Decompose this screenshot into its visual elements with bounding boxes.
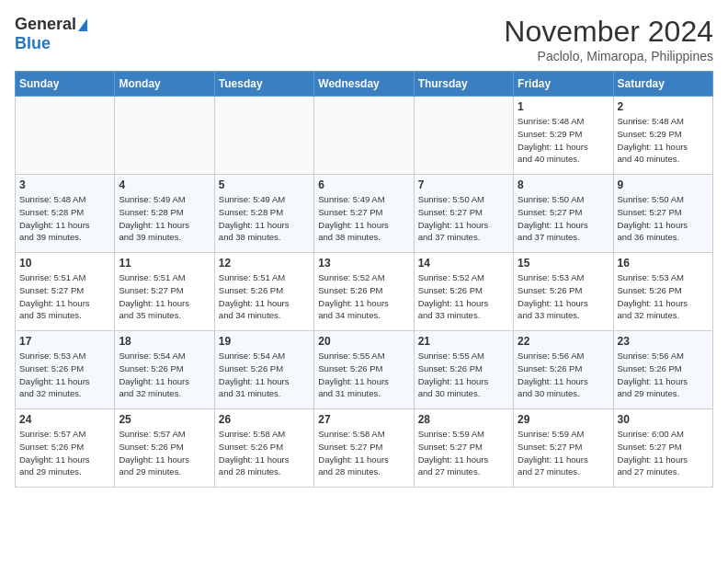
day-detail: Sunrise: 5:53 AM Sunset: 5:26 PM Dayligh… — [518, 271, 609, 322]
weekday-header-friday: Friday — [514, 72, 613, 97]
day-number: 7 — [418, 178, 509, 191]
day-number: 26 — [219, 413, 310, 426]
day-detail: Sunrise: 5:49 AM Sunset: 5:28 PM Dayligh… — [219, 193, 310, 244]
day-detail: Sunrise: 5:48 AM Sunset: 5:29 PM Dayligh… — [518, 115, 609, 166]
day-number: 16 — [618, 257, 709, 270]
logo: General Blue — [15, 15, 87, 53]
day-cell-25: 25Sunrise: 5:57 AM Sunset: 5:26 PM Dayli… — [115, 409, 214, 488]
day-cell-7: 7Sunrise: 5:50 AM Sunset: 5:27 PM Daylig… — [414, 175, 513, 253]
day-number: 29 — [518, 413, 609, 426]
weekday-header-sunday: Sunday — [16, 72, 115, 97]
day-detail: Sunrise: 5:49 AM Sunset: 5:27 PM Dayligh… — [318, 193, 409, 244]
day-number: 3 — [19, 178, 110, 191]
day-cell-21: 21Sunrise: 5:55 AM Sunset: 5:26 PM Dayli… — [414, 331, 513, 409]
day-cell-3: 3Sunrise: 5:48 AM Sunset: 5:28 PM Daylig… — [16, 175, 115, 253]
day-number: 19 — [219, 335, 310, 348]
day-number: 14 — [418, 257, 509, 270]
logo-triangle — [78, 18, 87, 31]
day-detail: Sunrise: 5:52 AM Sunset: 5:26 PM Dayligh… — [418, 271, 509, 322]
day-detail: Sunrise: 5:50 AM Sunset: 5:27 PM Dayligh… — [618, 193, 709, 244]
weekday-header-thursday: Thursday — [414, 72, 513, 97]
day-detail: Sunrise: 5:55 AM Sunset: 5:26 PM Dayligh… — [418, 350, 509, 400]
day-number: 2 — [618, 100, 709, 113]
day-detail: Sunrise: 5:57 AM Sunset: 5:26 PM Dayligh… — [19, 428, 110, 478]
week-row-2: 3Sunrise: 5:48 AM Sunset: 5:28 PM Daylig… — [16, 175, 713, 253]
day-cell-empty — [214, 97, 313, 175]
day-detail: Sunrise: 5:50 AM Sunset: 5:27 PM Dayligh… — [418, 193, 509, 244]
day-detail: Sunrise: 5:56 AM Sunset: 5:26 PM Dayligh… — [618, 350, 709, 400]
day-number: 11 — [119, 257, 210, 270]
day-cell-4: 4Sunrise: 5:49 AM Sunset: 5:28 PM Daylig… — [115, 175, 214, 253]
day-cell-6: 6Sunrise: 5:49 AM Sunset: 5:27 PM Daylig… — [314, 175, 414, 253]
day-cell-30: 30Sunrise: 6:00 AM Sunset: 5:27 PM Dayli… — [613, 409, 712, 488]
day-cell-15: 15Sunrise: 5:53 AM Sunset: 5:26 PM Dayli… — [514, 253, 613, 331]
day-number: 27 — [318, 413, 409, 426]
weekday-header-monday: Monday — [115, 72, 214, 97]
day-number: 22 — [518, 335, 609, 348]
day-detail: Sunrise: 5:49 AM Sunset: 5:28 PM Dayligh… — [119, 193, 210, 244]
day-number: 4 — [119, 178, 210, 191]
day-number: 24 — [19, 413, 110, 426]
day-number: 15 — [518, 257, 609, 270]
day-cell-8: 8Sunrise: 5:50 AM Sunset: 5:27 PM Daylig… — [514, 175, 613, 253]
week-row-5: 24Sunrise: 5:57 AM Sunset: 5:26 PM Dayli… — [16, 409, 713, 488]
day-number: 17 — [19, 335, 110, 348]
day-number: 23 — [618, 335, 709, 348]
day-detail: Sunrise: 5:51 AM Sunset: 5:26 PM Dayligh… — [219, 271, 310, 322]
day-detail: Sunrise: 5:51 AM Sunset: 5:27 PM Dayligh… — [19, 271, 110, 322]
day-cell-17: 17Sunrise: 5:53 AM Sunset: 5:26 PM Dayli… — [16, 331, 115, 409]
calendar-table: SundayMondayTuesdayWednesdayThursdayFrid… — [15, 71, 713, 488]
day-cell-5: 5Sunrise: 5:49 AM Sunset: 5:28 PM Daylig… — [214, 175, 313, 253]
title-block: November 2024 Paclolo, Mimaropa, Philipp… — [504, 15, 713, 63]
day-cell-9: 9Sunrise: 5:50 AM Sunset: 5:27 PM Daylig… — [613, 175, 712, 253]
day-detail: Sunrise: 5:59 AM Sunset: 5:27 PM Dayligh… — [418, 428, 509, 478]
day-cell-27: 27Sunrise: 5:58 AM Sunset: 5:27 PM Dayli… — [314, 409, 414, 488]
day-detail: Sunrise: 5:51 AM Sunset: 5:27 PM Dayligh… — [119, 271, 210, 322]
day-cell-16: 16Sunrise: 5:53 AM Sunset: 5:26 PM Dayli… — [613, 253, 712, 331]
weekday-header-row: SundayMondayTuesdayWednesdayThursdayFrid… — [16, 72, 713, 97]
day-number: 21 — [418, 335, 509, 348]
day-detail: Sunrise: 5:59 AM Sunset: 5:27 PM Dayligh… — [518, 428, 609, 478]
day-number: 13 — [318, 257, 409, 270]
day-detail: Sunrise: 5:57 AM Sunset: 5:26 PM Dayligh… — [119, 428, 210, 478]
day-number: 12 — [219, 257, 310, 270]
day-number: 1 — [518, 100, 609, 113]
day-cell-11: 11Sunrise: 5:51 AM Sunset: 5:27 PM Dayli… — [115, 253, 214, 331]
day-cell-12: 12Sunrise: 5:51 AM Sunset: 5:26 PM Dayli… — [214, 253, 313, 331]
logo-general: General — [15, 15, 76, 34]
weekday-header-tuesday: Tuesday — [214, 72, 313, 97]
day-cell-24: 24Sunrise: 5:57 AM Sunset: 5:26 PM Dayli… — [16, 409, 115, 488]
location: Paclolo, Mimaropa, Philippines — [504, 49, 713, 63]
day-cell-10: 10Sunrise: 5:51 AM Sunset: 5:27 PM Dayli… — [16, 253, 115, 331]
day-detail: Sunrise: 5:54 AM Sunset: 5:26 PM Dayligh… — [219, 350, 310, 400]
day-cell-23: 23Sunrise: 5:56 AM Sunset: 5:26 PM Dayli… — [613, 331, 712, 409]
day-cell-20: 20Sunrise: 5:55 AM Sunset: 5:26 PM Dayli… — [314, 331, 414, 409]
day-cell-1: 1Sunrise: 5:48 AM Sunset: 5:29 PM Daylig… — [514, 97, 613, 175]
day-detail: Sunrise: 5:54 AM Sunset: 5:26 PM Dayligh… — [119, 350, 210, 400]
day-cell-19: 19Sunrise: 5:54 AM Sunset: 5:26 PM Dayli… — [214, 331, 313, 409]
day-number: 28 — [418, 413, 509, 426]
day-cell-empty — [16, 97, 115, 175]
day-cell-empty — [115, 97, 214, 175]
day-detail: Sunrise: 5:53 AM Sunset: 5:26 PM Dayligh… — [618, 271, 709, 322]
day-detail: Sunrise: 5:55 AM Sunset: 5:26 PM Dayligh… — [318, 350, 409, 400]
day-cell-18: 18Sunrise: 5:54 AM Sunset: 5:26 PM Dayli… — [115, 331, 214, 409]
day-number: 20 — [318, 335, 409, 348]
day-detail: Sunrise: 5:48 AM Sunset: 5:29 PM Dayligh… — [618, 115, 709, 166]
day-number: 9 — [618, 178, 709, 191]
day-cell-29: 29Sunrise: 5:59 AM Sunset: 5:27 PM Dayli… — [514, 409, 613, 488]
day-cell-14: 14Sunrise: 5:52 AM Sunset: 5:26 PM Dayli… — [414, 253, 513, 331]
day-number: 18 — [119, 335, 210, 348]
day-number: 8 — [518, 178, 609, 191]
day-cell-empty — [414, 97, 513, 175]
day-cell-empty — [314, 97, 414, 175]
day-detail: Sunrise: 5:58 AM Sunset: 5:27 PM Dayligh… — [318, 428, 409, 478]
day-detail: Sunrise: 5:56 AM Sunset: 5:26 PM Dayligh… — [518, 350, 609, 400]
page-header: General Blue November 2024 Paclolo, Mima… — [15, 15, 713, 63]
day-cell-13: 13Sunrise: 5:52 AM Sunset: 5:26 PM Dayli… — [314, 253, 414, 331]
day-number: 10 — [19, 257, 110, 270]
weekday-header-wednesday: Wednesday — [314, 72, 414, 97]
day-cell-26: 26Sunrise: 5:58 AM Sunset: 5:26 PM Dayli… — [214, 409, 313, 488]
logo-blue: Blue — [15, 34, 51, 52]
week-row-3: 10Sunrise: 5:51 AM Sunset: 5:27 PM Dayli… — [16, 253, 713, 331]
